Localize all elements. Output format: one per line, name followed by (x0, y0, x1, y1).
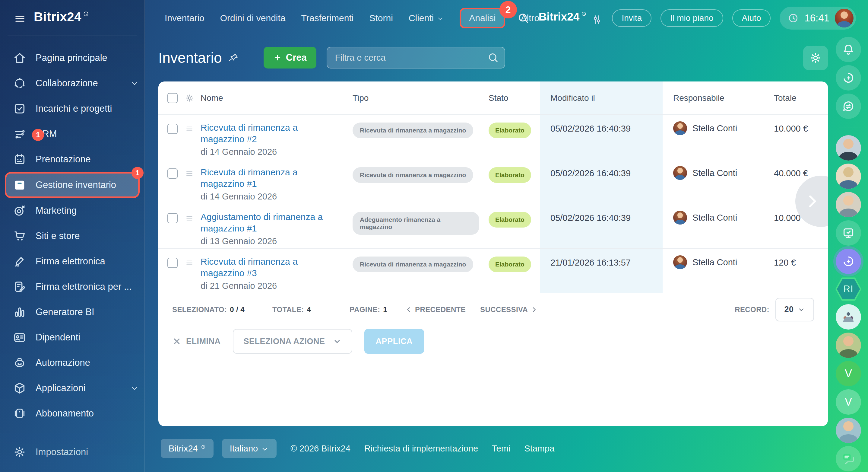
crm-icon: 1 (13, 127, 27, 141)
portal-name[interactable]: Bitrix24 (539, 10, 603, 26)
responsible-name[interactable]: Stella Conti (692, 213, 737, 223)
responsible-name[interactable]: Stella Conti (692, 123, 737, 134)
nav-clienti[interactable]: Clienti (409, 13, 444, 23)
previous-page-button[interactable]: PRECEDENTE (405, 305, 466, 314)
search-icon[interactable] (517, 12, 530, 25)
contact-avatar[interactable] (836, 332, 861, 358)
sidebar-item-pagina-principale[interactable]: Pagina principale (0, 45, 145, 70)
sidebar-item-generatore-bi[interactable]: Generatore BI (0, 299, 145, 325)
help-button[interactable]: Aiuto (732, 9, 771, 27)
document-link[interactable]: Aggiustamento di rimanenza a magazzino #… (200, 211, 331, 235)
sidebar-item-abbonamento[interactable]: Abbonamento (0, 401, 145, 426)
grid-settings-button[interactable] (803, 46, 828, 70)
document-link[interactable]: Ricevuta di rimanenza a magazzino #1 (200, 167, 331, 190)
select-action-dropdown[interactable]: SELEZIONA AZIONE (233, 329, 352, 354)
drag-handle-icon[interactable] (185, 258, 194, 267)
row-checkbox[interactable] (167, 168, 178, 179)
nav-ordini-di-vendita[interactable]: Ordini di vendita (220, 13, 286, 23)
sidebar-item-firma-elettronica[interactable]: Firma elettronica (0, 249, 145, 274)
contact-avatar[interactable] (836, 192, 861, 217)
open-lines-chat-button[interactable] (836, 446, 861, 471)
responsible-avatar[interactable] (673, 255, 687, 269)
search-input[interactable] (327, 47, 505, 68)
next-page-button[interactable]: SUCCESSIVA (480, 305, 537, 314)
invite-button[interactable]: Invita (612, 9, 651, 27)
topbar-right: Bitrix24 Invita Il mio piano Aiuto 16:41 (517, 0, 856, 36)
column-header-modificato[interactable]: Modificato il (540, 93, 662, 103)
document-link[interactable]: Ricevuta di rimanenza a magazzino #2 (200, 122, 331, 145)
group-icon (841, 310, 855, 324)
responsible-avatar[interactable] (673, 166, 687, 180)
tasks-chat-button[interactable] (836, 220, 861, 246)
records-dropdown[interactable]: 20 (775, 298, 814, 321)
footer-link-implementazione[interactable]: Richiesta di implementazione (364, 444, 478, 453)
row-checkbox[interactable] (167, 258, 178, 268)
footer-link-stampa[interactable]: Stampa (524, 444, 554, 453)
crm-badge: 1 (32, 129, 44, 141)
language-selector[interactable]: Italiano (222, 439, 277, 458)
nav-trasferimenti[interactable]: Trasferimenti (301, 13, 354, 23)
group-chat-avatar[interactable] (836, 304, 861, 329)
check-screen-icon (841, 226, 855, 240)
responsible-name[interactable]: Stella Conti (692, 258, 737, 267)
inventory-badge: 1 (131, 167, 144, 179)
document-pen-icon (13, 280, 27, 294)
column-header-responsabile[interactable]: Responsabile (662, 93, 774, 103)
nav-analisi[interactable]: Analisi (469, 13, 496, 23)
sidebar-item-impostazioni[interactable]: Impostazioni (0, 439, 145, 465)
sidebar-item-dipendenti[interactable]: Dipendenti (0, 325, 145, 350)
table-row: Ricevuta di rimanenza a magazzino #3 di … (158, 249, 828, 293)
copilot-chat-button[interactable] (836, 249, 861, 274)
document-link[interactable]: Ricevuta di rimanenza a magazzino #3 (200, 256, 331, 279)
sidebar-item-collaborazione[interactable]: Collaborazione (0, 70, 145, 96)
sidebar-item-siti-e-store[interactable]: Siti e store (0, 223, 145, 249)
contact-avatar[interactable] (836, 135, 861, 160)
chevron-down-icon (333, 337, 341, 346)
menu-burger-icon[interactable] (14, 13, 26, 25)
column-header-stato[interactable]: Stato (489, 93, 540, 103)
nav-storni[interactable]: Storni (369, 13, 393, 23)
sidebar-item-incarichi[interactable]: Incarichi e progetti (0, 96, 145, 121)
responsible-name[interactable]: Stella Conti (692, 168, 737, 178)
sidebar-item-prenotazione[interactable]: Prenotazione (0, 147, 145, 172)
chat-avatar-v[interactable]: V (836, 389, 861, 415)
time-profile-widget[interactable]: 16:41 (780, 7, 856, 30)
drag-handle-icon[interactable] (185, 214, 194, 223)
ri-channel-badge[interactable]: RI (835, 277, 862, 301)
contact-avatar[interactable] (836, 164, 861, 189)
footer-link-temi[interactable]: Temi (492, 444, 510, 453)
column-header-tipo[interactable]: Tipo (352, 93, 489, 103)
messenger-button[interactable] (836, 93, 861, 119)
select-all-checkbox[interactable] (167, 93, 178, 103)
chat-avatar-v[interactable]: V (836, 361, 861, 386)
sidebar-item-marketing[interactable]: Marketing (0, 198, 145, 223)
delete-button[interactable]: ELIMINA (172, 337, 221, 346)
responsible-avatar[interactable] (673, 121, 687, 135)
drag-handle-icon[interactable] (185, 169, 194, 178)
notifications-button[interactable] (836, 37, 861, 62)
contact-avatar[interactable] (836, 418, 861, 443)
bitrix-logo[interactable]: Bitrix24 (34, 10, 89, 24)
sidebar-item-applicazioni[interactable]: Applicazioni (0, 376, 145, 401)
my-plan-button[interactable]: Il mio piano (660, 9, 723, 27)
create-button[interactable]: Crea (264, 47, 316, 68)
user-avatar[interactable] (835, 9, 854, 27)
sidebar-item-firma-documenti[interactable]: Firma elettronica per ... (0, 274, 145, 299)
copilot-button[interactable] (836, 65, 861, 91)
row-checkbox[interactable] (167, 213, 178, 223)
sidebar-item-crm[interactable]: 1 CRM (0, 121, 145, 147)
column-header-totale[interactable]: Totale (774, 93, 828, 103)
apply-button[interactable]: APPLICA (364, 329, 424, 354)
pin-icon[interactable] (227, 51, 240, 64)
drag-handle-icon[interactable] (185, 124, 194, 134)
table-settings-icon[interactable] (185, 93, 194, 103)
column-header-nome[interactable]: Nome (200, 93, 352, 103)
current-time: 16:41 (804, 12, 829, 24)
responsible-avatar[interactable] (673, 211, 687, 225)
footer-brand-button[interactable]: Bitrix24 (161, 439, 214, 458)
sidebar-item-gestione-inventario[interactable]: Gestione inventario 1 (5, 172, 140, 198)
row-checkbox[interactable] (167, 124, 178, 134)
nav-inventario[interactable]: Inventario (165, 13, 205, 23)
search-icon[interactable] (487, 52, 499, 64)
sidebar-item-automazione[interactable]: Automazione (0, 350, 145, 376)
